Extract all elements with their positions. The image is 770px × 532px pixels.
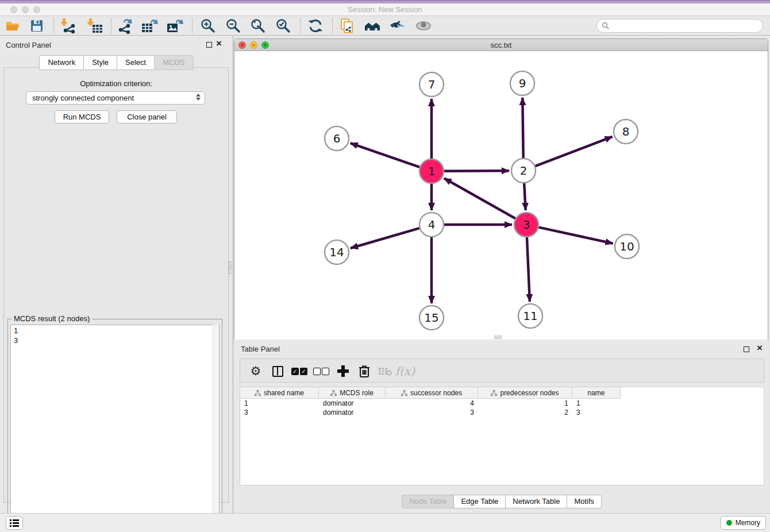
network-window-titlebar[interactable]: × − + scc.txt [234,39,768,51]
table-header-row: shared name MCDS role successor nodes pr… [240,387,621,399]
refresh-view-icon[interactable] [307,17,324,34]
apply-preferred-layout-icon[interactable] [364,17,381,34]
close-panel-button[interactable]: Close panel [117,110,177,124]
save-session-icon[interactable] [28,17,45,34]
tab-edge-table[interactable]: Edge Table [453,495,505,508]
tab-mcds[interactable]: MCDS [154,55,193,70]
cell-name[interactable]: 3 [572,408,621,417]
node-table[interactable]: shared name MCDS role successor nodes pr… [240,387,764,485]
column-type-icon [491,390,497,396]
table-panel: Table Panel × ⚙ ✓✓ f(x) shared name MCDS… [233,342,770,513]
memory-button[interactable]: Memory [721,516,766,530]
criterion-select[interactable]: strongly connected component [26,91,205,105]
graph-node-label-7: 7 [428,78,436,91]
search-input[interactable] [613,22,763,30]
run-mcds-button[interactable]: Run MCDS [55,110,109,124]
select-all-checks-icon[interactable]: ✓✓ [291,363,308,380]
cell-predecessor-nodes[interactable]: 2 [478,408,572,417]
table-panel-float-icon[interactable] [744,346,749,352]
graph-edge-3-11[interactable] [527,237,530,302]
table-settings-icon[interactable]: ⚙ [247,363,264,380]
network-window-title: scc.txt [234,41,768,49]
table-panel-tabs: Node Table Edge Table Network Table Moti… [233,495,770,508]
delete-table-icon[interactable] [376,363,394,380]
network-canvas[interactable]: 7968124314101511 [234,51,768,340]
memory-status-icon [726,520,732,526]
open-session-icon[interactable] [4,17,21,34]
graph-edge-4-14[interactable] [351,228,419,248]
show-hide-panel-icon[interactable] [415,17,432,34]
clone-network-icon[interactable] [339,17,356,34]
toggle-column-display-icon[interactable] [269,363,286,380]
cell-mcds-role[interactable]: dominator [319,408,386,417]
list-icon [10,519,19,527]
column-header-name[interactable]: name [572,387,621,399]
column-header-shared-name[interactable]: shared name [240,387,319,399]
graph-edge-1-6[interactable] [351,143,420,167]
tab-style[interactable]: Style [83,55,117,70]
export-table-icon[interactable] [141,17,159,34]
table-row[interactable]: 1 dominator 4 1 1 [240,399,764,408]
control-panel-close-icon[interactable]: × [216,38,222,49]
result-scrollbar[interactable] [213,325,219,532]
import-table-icon[interactable] [86,17,103,34]
zoom-out-icon[interactable] [225,17,242,34]
zoom-in-icon[interactable] [199,17,217,34]
app-title: Session: New Session [0,5,770,14]
column-type-icon [401,390,407,396]
column-header-successor-nodes[interactable]: successor nodes [386,387,478,399]
table-toolbar: ⚙ ✓✓ f(x) [240,358,764,383]
tab-network-table[interactable]: Network Table [505,495,567,508]
graph-edge-2-3[interactable] [524,183,526,210]
main-toolbar [0,16,770,36]
mcds-result-text[interactable]: 1 3 [10,325,220,532]
cell-shared-name[interactable]: 1 [240,399,319,408]
table-panel-close-icon[interactable]: × [757,342,763,354]
graph-node-label-10: 10 [619,240,634,253]
add-column-icon[interactable] [334,363,352,380]
search-field[interactable] [596,19,763,33]
import-network-icon[interactable] [60,17,77,34]
graph-node-label-11: 11 [523,309,537,323]
export-image-icon[interactable] [167,17,184,34]
task-history-button[interactable] [6,516,23,530]
control-panel: Control Panel × Network Style Select MCD… [0,36,233,513]
table-row[interactable]: 3 dominator 3 2 3 [240,408,764,417]
delete-column-icon[interactable] [356,363,373,380]
cell-successor-nodes[interactable]: 3 [386,408,478,417]
graph-edge-3-10[interactable] [538,228,613,244]
panel-divider-grip[interactable] [229,261,234,274]
graph-node-label-1: 1 [428,164,436,178]
zoom-selected-icon[interactable] [275,17,292,34]
column-header-mcds-role[interactable]: MCDS role [319,387,386,399]
zoom-fit-icon[interactable] [249,17,267,34]
graph-edge-2-9[interactable] [522,98,523,158]
tab-motifs[interactable]: Motifs [567,495,602,508]
graph-edge-2-8[interactable] [536,137,613,166]
tab-node-table[interactable]: Node Table [402,495,454,508]
column-header-predecessor-nodes[interactable]: predecessor nodes [478,387,572,399]
clear-all-checks-icon[interactable] [313,363,330,380]
canvas-resize-grip[interactable] [494,336,502,339]
table-panel-title: Table Panel [241,345,280,353]
control-panel-float-icon[interactable] [206,42,212,48]
cell-predecessor-nodes[interactable]: 1 [478,399,572,408]
network-graph[interactable]: 7968124314101511 [234,51,768,340]
graph-edge-1-2[interactable] [444,171,509,171]
graph-node-label-4: 4 [428,218,436,232]
function-builder-icon[interactable]: f(x) [396,363,414,380]
cell-mcds-role[interactable]: dominator [319,399,386,408]
cell-name[interactable]: 1 [572,399,621,408]
mcds-result-groupbox: MCDS result (2 nodes) 1 3 [7,319,222,532]
tab-network[interactable]: Network [39,55,83,70]
export-network-icon[interactable] [117,17,134,34]
cell-successor-nodes[interactable]: 4 [386,399,478,408]
graph-node-label-8: 8 [622,125,630,138]
toggle-graphics-details-icon[interactable] [389,17,406,34]
memory-label: Memory [736,519,760,527]
tab-select[interactable]: Select [117,55,154,70]
control-panel-tabs: Network Style Select MCDS [0,55,233,70]
graph-edge-3-1[interactable] [444,178,515,218]
criterion-value: strongly connected component [32,94,134,102]
cell-shared-name[interactable]: 3 [240,408,319,417]
